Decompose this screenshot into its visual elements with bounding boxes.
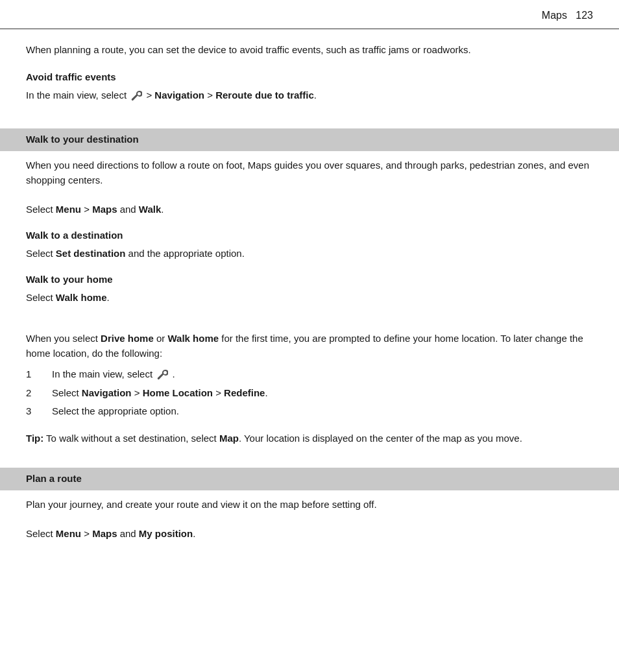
wrench-icon-2 bbox=[156, 368, 168, 380]
step-1: 1 In the main view, select . bbox=[26, 367, 593, 382]
walk-to-destination-sub: Walk to a destination Select Set destina… bbox=[26, 228, 593, 261]
set-destination-bold: Set destination bbox=[56, 248, 126, 259]
step-3-content: Select the appropriate option. bbox=[52, 404, 593, 419]
maps-bold: Maps bbox=[92, 204, 117, 215]
step2-arrow1: > bbox=[132, 387, 143, 398]
tip-prefix: To walk without a set destination, selec… bbox=[43, 433, 219, 444]
walk-home-prefix: Select bbox=[26, 292, 56, 303]
walk-destination-body: When you need directions to follow a rou… bbox=[26, 158, 593, 217]
step2-select: Select bbox=[52, 387, 82, 398]
walk-bold: Walk bbox=[139, 204, 161, 215]
wrench-icon bbox=[130, 90, 142, 101]
home-location-block: When you select Drive home or Walk home … bbox=[26, 331, 593, 419]
walk-select-instruction: Select Menu > Maps and Walk. bbox=[26, 202, 593, 217]
navigation-bold2: Navigation bbox=[82, 387, 132, 398]
navigation-label: Navigation bbox=[154, 90, 204, 101]
step-num-1: 1 bbox=[26, 367, 52, 382]
step-3: 3 Select the appropriate option. bbox=[26, 404, 593, 419]
step-1-content: In the main view, select . bbox=[52, 367, 593, 382]
home-location-bold: Home Location bbox=[143, 387, 213, 398]
and-text: and bbox=[117, 204, 138, 215]
step2-period: . bbox=[265, 387, 267, 398]
arrow1: > bbox=[146, 90, 154, 101]
walk-home-bold2: Walk home bbox=[167, 333, 219, 344]
step1-period: . bbox=[172, 368, 175, 379]
step-num-3: 3 bbox=[26, 404, 52, 419]
tip-map-bold: Map bbox=[219, 433, 239, 444]
arrow-text: > bbox=[81, 204, 92, 215]
step-num-2: 2 bbox=[26, 386, 52, 401]
header-title-text: Maps bbox=[542, 10, 567, 21]
pr-select: Select bbox=[26, 528, 56, 539]
arrow2: > bbox=[204, 90, 215, 101]
tip-block: Tip: To walk without a set destination, … bbox=[26, 431, 593, 446]
page-header: Maps 123 bbox=[0, 0, 619, 29]
intro-paragraph: When planning a route, you can set the d… bbox=[26, 42, 593, 57]
step1-prefix: In the main view, select bbox=[52, 368, 155, 379]
walk-destination-sub-heading: Walk to a destination bbox=[26, 228, 593, 243]
instruction-prefix: In the main view, select bbox=[26, 90, 127, 101]
plan-route-bar: Plan a route bbox=[0, 468, 619, 490]
walk-destination-sub-text: Select Set destination and the appropria… bbox=[26, 246, 593, 261]
step-2: 2 Select Navigation > Home Location > Re… bbox=[26, 386, 593, 401]
pr-menu-bold: Menu bbox=[56, 528, 81, 539]
walk-home-bold: Walk home bbox=[56, 292, 107, 303]
avoid-traffic-instruction: In the main view, select > Navigation > … bbox=[26, 88, 593, 102]
reroute-label: Reroute due to traffic bbox=[215, 90, 314, 101]
walk-destination-description: When you need directions to follow a rou… bbox=[26, 158, 593, 188]
avoid-traffic-section: Avoid traffic events In the main view, s… bbox=[26, 70, 593, 102]
walk-destination-bar-label: Walk to your destination bbox=[26, 134, 139, 145]
content-area: When planning a route, you can set the d… bbox=[0, 42, 619, 541]
home-location-steps: 1 In the main view, select . bbox=[26, 367, 593, 419]
select-prefix: Select bbox=[26, 248, 56, 259]
tip-label: Tip: bbox=[26, 433, 43, 444]
walk-home-heading: Walk to your home bbox=[26, 272, 593, 287]
hl-intro: When you select bbox=[26, 333, 101, 344]
tip-suffix: . Your location is displayed on the cent… bbox=[239, 433, 522, 444]
header-title: Maps 123 bbox=[542, 8, 593, 23]
hl-or: or bbox=[154, 333, 168, 344]
walk-home-text: Select Walk home. bbox=[26, 290, 593, 305]
plan-route-body: Plan your journey, and create your route… bbox=[26, 497, 593, 542]
step-2-content: Select Navigation > Home Location > Rede… bbox=[52, 386, 593, 401]
menu-bold: Menu bbox=[56, 204, 81, 215]
drive-home-bold: Drive home bbox=[101, 333, 154, 344]
page-number: 123 bbox=[576, 10, 593, 21]
step2-arrow2: > bbox=[213, 387, 224, 398]
pr-arrow: > bbox=[81, 528, 92, 539]
home-location-intro: When you select Drive home or Walk home … bbox=[26, 331, 593, 361]
sub-text-suffix: and the appropriate option. bbox=[125, 248, 244, 259]
plan-route-description: Plan your journey, and create your route… bbox=[26, 497, 593, 512]
page-container: Maps 123 When planning a route, you can … bbox=[0, 0, 619, 672]
plan-route-select: Select Menu > Maps and My position. bbox=[26, 526, 593, 541]
plan-route-bar-label: Plan a route bbox=[26, 473, 82, 484]
pr-maps-bold: Maps bbox=[92, 528, 117, 539]
avoid-traffic-heading: Avoid traffic events bbox=[26, 70, 593, 85]
redefine-bold: Redefine bbox=[224, 387, 265, 398]
pr-my-position-bold: My position bbox=[139, 528, 193, 539]
walk-home-sub: Walk to your home Select Walk home. bbox=[26, 272, 593, 305]
walk-destination-bar: Walk to your destination bbox=[0, 128, 619, 151]
select-text: Select bbox=[26, 204, 56, 215]
pr-and: and bbox=[117, 528, 138, 539]
